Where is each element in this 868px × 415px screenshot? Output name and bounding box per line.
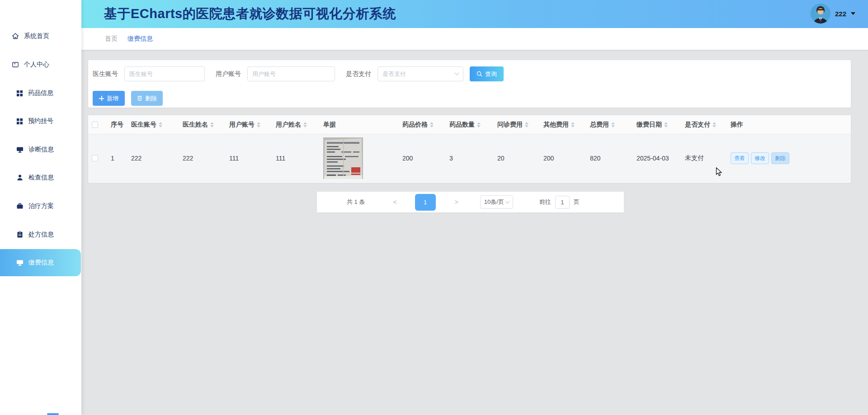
next-page-button[interactable]: > [455,198,458,206]
cell-index: 1 [111,155,131,162]
row-delete-button[interactable]: 删除 [771,152,789,164]
table-row[interactable]: 1 222 222 111 111 [88,134,851,183]
sidebar-item-appointment[interactable]: 预约挂号 [0,110,81,132]
sidebar-item-label: 缴费信息 [28,259,54,267]
sort-icon[interactable] [303,122,307,127]
sidebar-item-system-home[interactable]: 系统首页 [0,25,81,47]
sidebar-item-payment-info[interactable]: 缴费信息 [0,249,81,276]
breadcrumb: 首页 缴费信息 [81,28,868,50]
app-header: 基于ECharts的医院患者就诊数据可视化分析系统 222 [81,0,868,28]
sidebar-item-label: 诊断信息 [28,146,54,154]
sidebar-item-checkup-info[interactable]: 检查信息 [0,167,81,189]
sidebar-item-diagnosis-info[interactable]: 诊断信息 [0,139,81,160]
grid-icon [16,118,23,125]
table-header-row: 序号 医生账号 医生姓名 用户账号 用户姓名 单据 药品价格 药品数量 问诊费用… [88,115,851,134]
sidebar-item-treatment-plan[interactable]: 治疗方案 [0,195,81,217]
goto-suffix: 页 [574,198,580,206]
col-doctor-account: 医生账号 [131,121,156,129]
avatar-photo [811,4,830,24]
sort-icon[interactable] [477,122,481,127]
monitor-icon [16,146,24,153]
col-pay-date: 缴费日期 [637,121,662,129]
sort-icon[interactable] [525,122,528,127]
sort-icon[interactable] [210,122,214,127]
delete-button-label: 删除 [145,94,157,103]
cell-user-name: 111 [276,155,323,162]
cell-doctor-name: 222 [183,155,229,162]
col-doctor-name: 医生姓名 [183,121,208,129]
data-table: 序号 医生账号 医生姓名 用户账号 用户姓名 单据 药品价格 药品数量 问诊费用… [88,115,851,183]
page-size-select[interactable]: 10条/页 [480,195,513,209]
user-account-label: 用户账号 [216,70,241,78]
delete-button[interactable]: 删除 [131,91,163,106]
sort-icon[interactable] [159,122,162,127]
pay-status-select[interactable]: 是否支付 [377,66,463,81]
sidebar: 系统首页 个人中心 药品信息 预约挂号 诊断信息 检查信息 治疗方案 处方信息 … [0,0,81,415]
cell-drug-quantity: 3 [449,155,497,162]
receipt-image[interactable] [323,137,363,179]
sort-icon[interactable] [712,122,716,127]
cell-consult-fee: 20 [497,155,543,162]
cell-pay-status: 未支付 [685,154,731,162]
sidebar-item-label: 处方信息 [28,231,54,239]
sidebar-item-label: 个人中心 [24,61,49,69]
cell-drug-price: 200 [402,155,449,162]
user-name[interactable]: 222 [835,10,846,18]
view-button[interactable]: 查看 [731,152,749,164]
pay-status-label: 是否支付 [346,70,371,78]
col-other-fee: 其他费用 [543,121,569,129]
monitor-icon [16,259,24,266]
grid-icon [16,90,23,97]
col-index: 序号 [111,121,123,129]
doctor-account-label: 医生账号 [93,70,118,78]
sidebar-item-drug-info[interactable]: 药品信息 [0,82,81,104]
col-user-account: 用户账号 [229,121,255,129]
plus-icon [99,96,104,101]
sidebar-item-label: 系统首页 [24,32,49,40]
search-icon [476,71,482,77]
cell-other-fee: 200 [543,155,590,162]
row-actions: 查看 修改 删除 [731,152,851,164]
breadcrumb-current[interactable]: 缴费信息 [127,35,153,43]
sort-icon[interactable] [571,122,575,127]
goto-page-input[interactable] [555,196,570,209]
page-number-button[interactable]: 1 [415,194,436,211]
page-title: 基于ECharts的医院患者就诊数据可视化分析系统 [104,5,396,23]
col-consult-fee: 问诊费用 [497,121,523,129]
sidebar-item-prescription-info[interactable]: 处方信息 [0,224,81,245]
sidebar-item-label: 治疗方案 [28,202,54,210]
query-button[interactable]: 查询 [470,66,504,81]
pagination-total: 共 1 条 [347,198,365,206]
chevron-down-icon [455,71,459,75]
avatar[interactable] [811,4,830,24]
sidebar-item-personal-center[interactable]: 个人中心 [0,54,81,75]
row-checkbox[interactable] [92,155,98,161]
main-content: 医生账号 用户账号 是否支付 是否支付 查询 新增 删除 [81,50,868,415]
user-account-input[interactable] [247,66,335,81]
person-icon [16,174,24,181]
prev-page-button[interactable]: < [393,198,396,206]
doctor-account-input[interactable] [124,66,205,81]
sidebar-item-label: 预约挂号 [28,117,53,125]
page-size-value: 10条/页 [484,198,504,206]
col-user-name: 用户姓名 [276,121,301,129]
query-button-label: 查询 [485,70,497,78]
select-all-checkbox[interactable] [92,122,98,128]
sort-icon[interactable] [257,122,260,127]
edit-button[interactable]: 修改 [751,152,769,164]
col-actions: 操作 [731,121,743,129]
col-drug-price: 药品价格 [402,121,428,129]
chevron-down-icon [505,199,509,203]
breadcrumb-home[interactable]: 首页 [105,35,118,43]
user-menu[interactable]: 222 [811,4,855,24]
sidebar-scrollbar-thumb[interactable] [47,413,59,415]
trash-icon [137,95,142,101]
add-button[interactable]: 新增 [93,91,125,106]
sort-icon[interactable] [430,122,434,127]
sort-icon[interactable] [611,122,615,127]
sidebar-item-label: 药品信息 [28,89,53,97]
cell-pay-date: 2025-04-03 [637,155,685,162]
sort-icon[interactable] [664,122,668,127]
search-panel: 医生账号 用户账号 是否支付 是否支付 查询 新增 删除 [88,60,851,108]
chevron-down-icon [851,12,855,15]
